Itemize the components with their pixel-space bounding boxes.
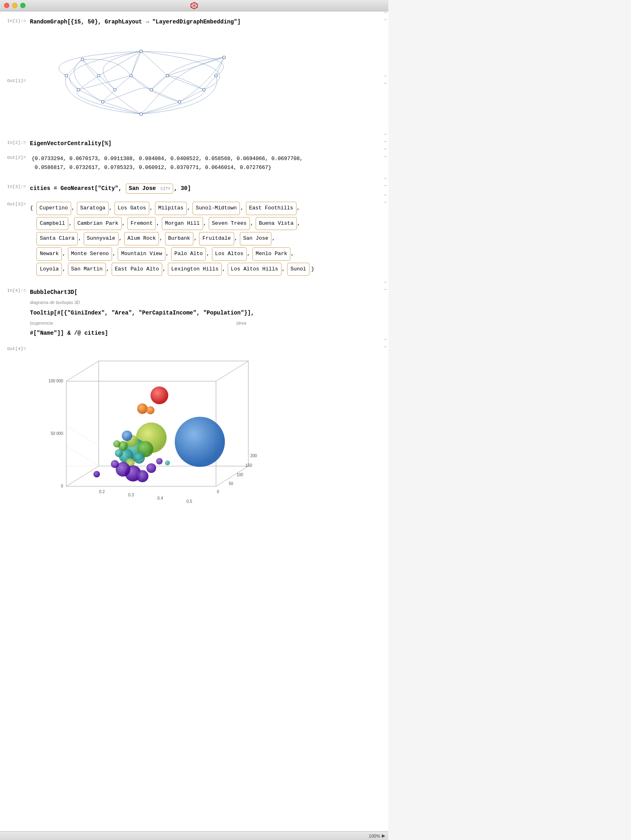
city-tag-sunol-midtown[interactable]: Sunol-Midtown [193, 202, 240, 215]
city-tag-lexington-hills[interactable]: Lexington Hills [168, 263, 222, 276]
zoom-arrow-icon[interactable]: ▶ [382, 833, 385, 838]
in3-content[interactable]: cities = GeoNearest["City", San Jose CIT… [28, 182, 382, 195]
city-tag-cupertino[interactable]: Cupertino [36, 202, 71, 215]
city-tag-fremont[interactable]: Fremont [127, 217, 156, 230]
in4-label: In[4]:= [0, 286, 28, 293]
svg-text:50: 50 [229, 481, 233, 486]
in3-label: In[3]:= [0, 182, 28, 189]
statusbar: 100% ▶ [0, 831, 388, 840]
svg-line-32 [204, 76, 216, 90]
svg-text:0: 0 [217, 490, 219, 494]
svg-point-82 [175, 417, 225, 467]
svg-line-30 [151, 76, 167, 90]
bubble-chart-3d[interactable]: 0 50 000 100 000 0.2 0.3 0.4 0.5 0 50 10… [30, 349, 265, 519]
traffic-lights [4, 3, 25, 8]
in4-line1: BubbleChart3D[ diagrama de burbujas 3D T… [30, 287, 378, 338]
city-tag-newark[interactable]: Newark [36, 247, 62, 261]
city-tag-los-gatos[interactable]: Los Gatos [114, 202, 149, 215]
svg-point-93 [113, 440, 121, 447]
svg-line-25 [66, 76, 78, 90]
out2-content: {0.0733294, 0.0670173, 0.0911388, 0.0840… [28, 153, 382, 174]
zoom-control[interactable]: 100% ▶ [369, 833, 385, 838]
svg-point-43 [77, 89, 80, 91]
svg-line-80 [66, 446, 99, 466]
svg-point-91 [115, 449, 123, 457]
svg-line-34 [83, 59, 99, 76]
city-tag-sunol[interactable]: Sunol [287, 263, 309, 276]
city-tag-los-altos[interactable]: Los Altos [212, 247, 247, 261]
in2-label: In[2]:= [0, 138, 28, 145]
in4-annotation2: |sugerencia [30, 321, 53, 325]
svg-line-60 [66, 361, 99, 381]
city-tag-fruitdale[interactable]: Fruitdale [199, 232, 234, 245]
out2-numbers: {0.0733294, 0.0670173, 0.0911388, 0.0840… [30, 154, 378, 172]
open-brace: { [30, 205, 36, 211]
city-tag-palo-alto[interactable]: Palo Alto [171, 247, 206, 261]
cell-in4: In[4]:= BubbleChart3D[ diagrama de burbu… [0, 284, 388, 342]
svg-line-26 [78, 76, 99, 90]
in1-code: RandomGraph[{15, 50}, GraphLayout → "Lay… [30, 19, 241, 25]
cell-out2: Out[2]= {0.0733294, 0.0670173, 0.0911388… [0, 151, 388, 175]
cell-out4: Out[4]= [0, 342, 388, 526]
window-title [191, 2, 198, 9]
svg-point-97 [146, 463, 156, 473]
city-tag-burbank[interactable]: Burbank [165, 232, 194, 245]
city-tag-menlo-park[interactable]: Menlo Park [252, 247, 290, 261]
city-tag-loyola[interactable]: Loyola [36, 263, 62, 276]
svg-point-41 [102, 101, 104, 103]
graph-visualization[interactable] [30, 35, 265, 124]
out3-content: { Cupertino, Saratoga, Los Gatos, Milpit… [28, 198, 382, 278]
svg-line-39 [216, 57, 224, 76]
svg-line-23 [151, 90, 180, 102]
svg-point-102 [150, 386, 168, 404]
in1-label: In[1]:= [0, 16, 28, 23]
svg-text:0.3: 0.3 [128, 493, 134, 497]
svg-point-104 [146, 406, 155, 414]
svg-point-51 [215, 74, 218, 77]
city-tag-monte-sereno[interactable]: Monte Sereno [68, 247, 112, 261]
city-tag-buena-vista[interactable]: Buena Vista [256, 217, 297, 230]
city-tag-cambrian-park[interactable]: Cambrian Park [74, 217, 121, 230]
svg-point-45 [150, 89, 153, 91]
city-tag-san-jose[interactable]: San Jose [240, 232, 271, 245]
svg-line-65 [216, 361, 248, 381]
titlebar [0, 0, 388, 11]
cell-out3: Out[3]= { Cupertino, Saratoga, Los Gatos… [0, 197, 388, 279]
city-tag-east-palo-alto[interactable]: East Palo Alto [112, 263, 162, 276]
out4-content[interactable]: 0 50 000 100 000 0.2 0.3 0.4 0.5 0 50 10… [28, 343, 382, 524]
svg-line-31 [167, 76, 204, 90]
svg-text:100: 100 [237, 473, 244, 477]
svg-text:200: 200 [250, 454, 257, 458]
out1-label: Out[1]= [0, 76, 28, 83]
cell-in2: In[2]:= EigenVectorCentrality[%] [0, 136, 388, 151]
svg-point-99 [111, 460, 119, 468]
city-tag-east-foothills[interactable]: East Foothills [246, 202, 296, 215]
city-tag-saratoga[interactable]: Saratoga [77, 202, 108, 215]
svg-text:0.5: 0.5 [186, 499, 192, 504]
svg-text:100 000: 100 000 [49, 379, 64, 383]
in2-content[interactable]: EigenVectorCentrality[%] [28, 138, 382, 150]
maximize-button[interactable] [20, 3, 25, 8]
city-tag-santa-clara[interactable]: Santa Clara [36, 232, 78, 245]
city-tag-sunnyvale[interactable]: Sunnyvale [84, 232, 119, 245]
svg-point-54 [223, 56, 226, 59]
close-button[interactable] [4, 3, 9, 8]
city-tag-seven-trees[interactable]: Seven Trees [209, 217, 250, 230]
in1-content[interactable]: RandomGraph[{15, 50}, GraphLayout → "Lay… [28, 16, 382, 28]
city-tag-morgan-hill[interactable]: Morgan Hill [162, 217, 203, 230]
svg-line-29 [131, 76, 151, 90]
out1-content [28, 30, 382, 130]
minimize-button[interactable] [12, 3, 17, 8]
svg-text:150: 150 [246, 463, 252, 468]
in4-annotation1: diagrama de burbujas 3D [30, 300, 80, 305]
city-tag-los-altos-hills[interactable]: Los Altos Hills [228, 263, 282, 276]
city-tag-milpitas[interactable]: Milpitas [155, 202, 186, 215]
svg-line-19 [103, 102, 141, 114]
svg-text:50 000: 50 000 [51, 431, 63, 436]
city-tag-campbell[interactable]: Campbell [36, 217, 68, 230]
svg-point-47 [65, 74, 68, 77]
city-tag-alum-rock[interactable]: Alum Rock [124, 232, 159, 245]
city-tag-mountain-view[interactable]: Mountain View [118, 247, 165, 261]
in4-content[interactable]: BubbleChart3D[ diagrama de burbujas 3D T… [28, 286, 382, 340]
city-tag-san-martin[interactable]: San Martin [68, 263, 106, 276]
